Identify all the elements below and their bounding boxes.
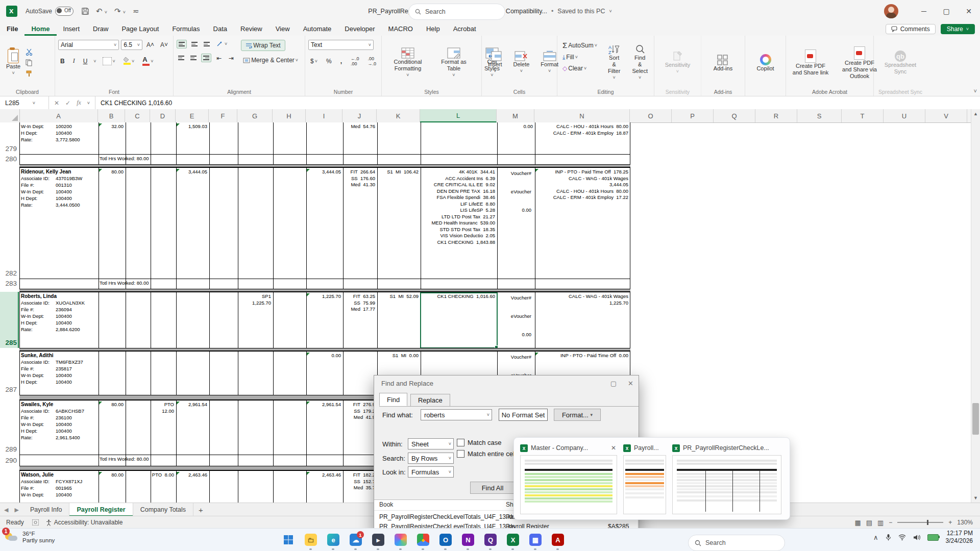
ribbon-tab-review[interactable]: Review bbox=[234, 23, 269, 36]
totals-row[interactable]: Totl Hrs Worked: 80.00 bbox=[19, 279, 630, 289]
ribbon-tab-help[interactable]: Help bbox=[420, 23, 447, 36]
fill-color-icon[interactable]: ˅ bbox=[121, 56, 136, 66]
align-right-icon[interactable] bbox=[201, 54, 211, 62]
font-color-icon[interactable]: A˅ bbox=[140, 55, 155, 67]
cell-E289[interactable]: 2,961.54 bbox=[176, 401, 209, 408]
cell-B289[interactable]: 80.00 bbox=[99, 401, 126, 408]
align-left-icon[interactable] bbox=[177, 54, 186, 62]
battery-icon[interactable] bbox=[927, 534, 939, 541]
column-header-V[interactable]: V bbox=[925, 109, 967, 122]
lookin-select[interactable]: Formulas˅ bbox=[408, 466, 454, 478]
ribbon-tab-view[interactable]: View bbox=[269, 23, 297, 36]
page-break-view-icon[interactable]: ▥ bbox=[877, 519, 884, 527]
column-header-C[interactable]: C bbox=[125, 109, 150, 122]
employee-row[interactable]: Roberts, LindaAssociate ID:XUOALN3XKFile… bbox=[19, 292, 630, 348]
formula-content[interactable]: CK1 CHECKING 1,016.60 bbox=[95, 99, 172, 107]
column-header-O[interactable]: O bbox=[630, 109, 672, 122]
cut-icon[interactable] bbox=[26, 48, 33, 56]
autosum-button[interactable]: Σ AutoSum ˅ bbox=[560, 40, 599, 51]
cell-J279[interactable]: Med 54.76 bbox=[343, 123, 377, 130]
undo-icon[interactable]: ↶ ˅ bbox=[96, 7, 107, 16]
search-select[interactable]: By Rows˅ bbox=[408, 453, 454, 464]
ribbon-tab-home[interactable]: Home bbox=[24, 23, 56, 36]
cell-D[interactable]: PTO 8.00 bbox=[151, 471, 176, 479]
comma-format-icon[interactable]: , bbox=[338, 57, 344, 66]
cell-I[interactable]: 2,463.46 bbox=[306, 471, 343, 479]
microphone-icon[interactable] bbox=[886, 534, 891, 541]
column-header-U[interactable]: U bbox=[884, 109, 925, 122]
number-format-combo[interactable]: Text˅ bbox=[308, 40, 374, 50]
ribbon-tab-data[interactable]: Data bbox=[207, 23, 234, 36]
sheet-nav-right-icon[interactable]: ▶ bbox=[14, 507, 18, 513]
column-header-H[interactable]: H bbox=[273, 109, 306, 122]
zoom-out-icon[interactable]: − bbox=[889, 519, 892, 526]
cell-B[interactable]: 80.00 bbox=[99, 471, 126, 479]
preview-thumbnail[interactable] bbox=[520, 455, 617, 514]
column-header-N[interactable]: N bbox=[534, 109, 630, 122]
cell-E279[interactable]: 1,509.03 bbox=[176, 123, 209, 130]
format-as-table-button[interactable]: Format as Table˅ bbox=[435, 46, 473, 80]
wrap-text-button[interactable]: Wrap Text bbox=[241, 40, 285, 51]
accounting-format-icon[interactable]: $ ˅ bbox=[308, 57, 320, 66]
middle-align-icon[interactable] bbox=[190, 40, 199, 48]
window-preview-card[interactable]: xMaster - Company...✕ bbox=[520, 443, 617, 514]
cell-J[interactable]: FIT 182.2SS 152.7Med 35.7 bbox=[343, 471, 377, 491]
format-button[interactable]: Format... ▾ bbox=[554, 409, 601, 421]
column-header-D[interactable]: D bbox=[150, 109, 176, 122]
minimize-button[interactable]: ─ bbox=[913, 0, 935, 22]
zoom-slider[interactable] bbox=[897, 522, 943, 523]
tab-find[interactable]: Find bbox=[379, 393, 407, 406]
column-header-A[interactable]: A bbox=[19, 109, 98, 122]
column-header-K[interactable]: K bbox=[377, 109, 420, 122]
scroll-up-icon[interactable]: ▲ bbox=[971, 109, 980, 118]
column-header-J[interactable]: J bbox=[342, 109, 377, 122]
ribbon-tab-macro[interactable]: MACRO bbox=[382, 23, 420, 36]
tab-replace[interactable]: Replace bbox=[410, 394, 450, 406]
accessibility-status[interactable]: Accessibility: Unavailable bbox=[46, 519, 123, 526]
cell-J282[interactable]: FIT 266.64SS 176.60Med 41.30 bbox=[343, 168, 377, 188]
dialog-restore-icon[interactable]: ▢ bbox=[610, 380, 617, 387]
ribbon-tab-automate[interactable]: Automate bbox=[297, 23, 338, 36]
delete-cells-button[interactable]: Delete˅ bbox=[510, 50, 533, 76]
decrease-indent-icon[interactable]: ⇤ bbox=[214, 54, 224, 63]
autosave-toggle[interactable]: Off bbox=[55, 7, 74, 16]
weather-widget[interactable]: 1 36°FPartly sunny bbox=[5, 531, 55, 544]
zoom-in-icon[interactable]: + bbox=[948, 519, 952, 526]
macro-record-icon[interactable] bbox=[32, 519, 39, 525]
sheet-tab-payroll-register[interactable]: Payroll Register bbox=[69, 503, 133, 516]
cell-N282[interactable]: INP - PTO - Paid Time Off 178.25CALC - W… bbox=[535, 168, 630, 201]
cell-J285[interactable]: FIT 63.25SS 75.99Med 17.77 bbox=[343, 293, 377, 313]
column-header-L[interactable]: L bbox=[420, 109, 497, 122]
normal-view-icon[interactable]: ▦ bbox=[854, 519, 861, 527]
ribbon-tab-formulas[interactable]: Formulas bbox=[165, 23, 206, 36]
start-button[interactable] bbox=[280, 531, 297, 548]
cell-E[interactable]: 2,463.46 bbox=[176, 471, 209, 479]
employee-cell[interactable]: Swailes, KyleAssociate ID:6ABKCHSB7File … bbox=[21, 401, 97, 441]
sort-filter-button[interactable]: AZSort & Filter˅ bbox=[604, 38, 624, 88]
copilot-button[interactable]: Copilot bbox=[753, 53, 777, 73]
cell-K285[interactable]: S1 MI 52.09 bbox=[377, 293, 421, 300]
cell-I287[interactable]: 0.00 bbox=[306, 352, 343, 359]
save-icon[interactable] bbox=[82, 8, 89, 15]
name-box[interactable]: L285˅ bbox=[0, 96, 49, 109]
comments-button[interactable]: Comments bbox=[886, 24, 936, 34]
create-pdf-share-link-button[interactable]: Create PDF and Share link bbox=[789, 48, 832, 77]
italic-button[interactable]: I bbox=[71, 56, 77, 66]
totals-row[interactable]: Totl Hrs Worked: 80.00 bbox=[19, 154, 630, 164]
window-preview-card[interactable]: xPR_PayrollRegisterCheckLe... bbox=[672, 443, 781, 514]
cell-I289[interactable]: 2,961.54 bbox=[306, 401, 343, 408]
shrink-font-icon[interactable]: A˅ bbox=[158, 40, 170, 49]
cell-M285[interactable]: Voucher# eVoucher 0.00 bbox=[497, 293, 535, 339]
taskbar-icon-outlook[interactable]: O bbox=[437, 531, 454, 548]
cell-E282[interactable]: 3,444.05 bbox=[176, 168, 209, 176]
sheet-tab-payroll-info[interactable]: Payroll Info bbox=[23, 503, 70, 516]
close-button[interactable]: ✕ bbox=[958, 0, 980, 22]
taskbar-clock[interactable]: 12:17 PM 3/24/2026 bbox=[946, 530, 973, 545]
column-header-Q[interactable]: Q bbox=[714, 109, 755, 122]
insert-cells-button[interactable]: Insert˅ bbox=[485, 50, 505, 76]
column-header-R[interactable]: R bbox=[755, 109, 797, 122]
merge-center-button[interactable]: Merge & Center˅ bbox=[241, 55, 300, 65]
clear-button[interactable]: ◇ Clear ˅ bbox=[560, 64, 599, 73]
cell-I285[interactable]: 1,225.70 bbox=[306, 293, 343, 300]
vertical-scroll-thumb[interactable] bbox=[972, 403, 979, 435]
